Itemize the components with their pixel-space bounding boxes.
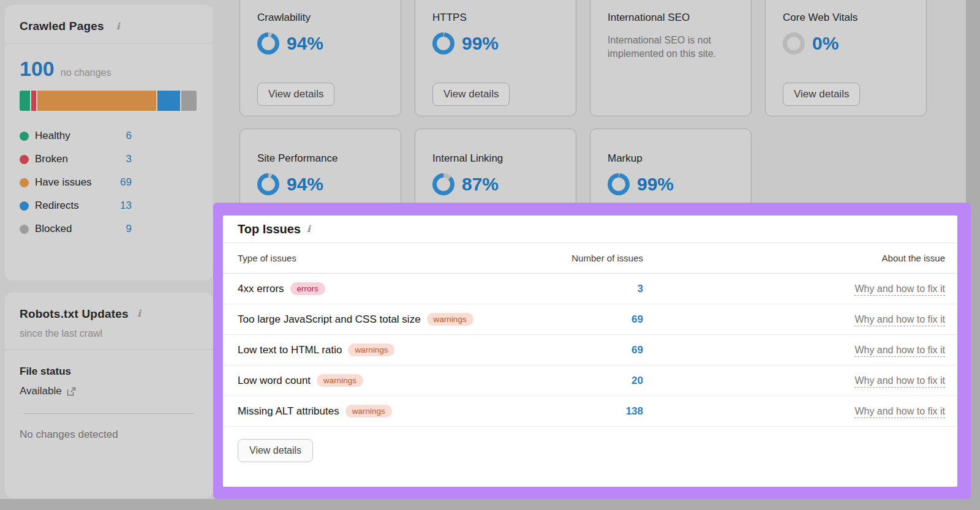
score-row: 94% — [257, 31, 383, 56]
why-how-to-fix-link[interactable]: Why and how to fix it — [854, 375, 945, 388]
https-card: HTTPS 99% View details — [415, 0, 576, 116]
table-row: Low word count warnings 20 Why and how t… — [223, 366, 957, 396]
international-seo-message: International SEO is not implemented on … — [608, 34, 737, 61]
info-icon[interactable]: i — [307, 223, 311, 234]
crawled-pages-stacked-bar — [20, 91, 197, 111]
legend-count[interactable]: 13 — [120, 200, 132, 212]
issue-count-link[interactable]: 69 — [556, 313, 643, 326]
issue-count-link[interactable]: 138 — [556, 405, 643, 418]
bar-segment-broken — [31, 91, 36, 111]
legend-label: Healthy — [35, 130, 126, 142]
issue-name: 4xx errors — [238, 283, 284, 295]
legend-item-blocked: Blocked 9 — [20, 217, 132, 241]
issue-name-cell: 4xx errors errors — [238, 282, 556, 296]
score-row: 0% — [783, 31, 909, 56]
column-type-of-issues: Type of issues — [238, 253, 556, 263]
crawled-pages-header: Crawled Pages i — [5, 5, 213, 43]
severity-badge: errors — [290, 282, 325, 296]
panel-footer: View details — [223, 427, 957, 474]
card-title: HTTPS — [432, 12, 559, 24]
robots-txt-subtitle: since the last crawl — [20, 328, 198, 339]
score-percent: 99% — [637, 174, 674, 195]
blocked-dot-icon — [20, 225, 29, 234]
legend-count[interactable]: 6 — [126, 130, 132, 142]
issue-name: Low word count — [238, 375, 311, 387]
table-header-row: Type of issues Number of issues About th… — [223, 243, 957, 274]
crawled-pages-total: 100 — [20, 57, 55, 81]
robots-txt-header: Robots.txt Updates i since the last craw… — [5, 293, 213, 350]
column-number-of-issues: Number of issues — [556, 253, 643, 263]
top-issues-header: Top Issues i — [223, 216, 957, 243]
robots-txt-title: Robots.txt Updates — [20, 307, 129, 320]
healthy-dot-icon — [20, 132, 29, 141]
core-web-vitals-card: Core Web Vitals 0% View details — [765, 0, 927, 116]
donut-chart-icon — [783, 32, 805, 54]
table-row: Too large JavaScript and CSS total size … — [223, 304, 957, 335]
severity-badge: warnings — [345, 405, 392, 418]
issue-name: Too large JavaScript and CSS total size — [238, 313, 421, 326]
issue-name: Missing ALT attributes — [238, 405, 339, 418]
legend-count[interactable]: 69 — [120, 176, 132, 189]
why-how-to-fix-link[interactable]: Why and how to fix it — [854, 406, 945, 418]
score-row: 94% — [257, 172, 383, 197]
score-percent: 87% — [462, 174, 499, 195]
issue-count-link[interactable]: 20 — [556, 375, 643, 387]
top-issues-panel: Top Issues i Type of issues Number of is… — [223, 216, 957, 487]
bar-segment-blocked — [181, 91, 197, 111]
donut-chart-icon — [257, 32, 279, 54]
robots-txt-card: Robots.txt Updates i since the last craw… — [5, 293, 213, 498]
crawled-pages-total-row: 100 no changes — [20, 57, 198, 81]
view-details-button[interactable]: View details — [783, 83, 860, 106]
severity-badge: warnings — [317, 374, 363, 388]
view-details-button[interactable]: View details — [432, 83, 510, 106]
issue-name-cell: Too large JavaScript and CSS total size … — [238, 313, 556, 326]
robots-txt-body: File status Available No changes detecte… — [5, 350, 213, 454]
legend-label: Blocked — [35, 223, 126, 235]
site-audit-overview: Crawled Pages i 100 no changes — [0, 0, 980, 510]
view-details-button[interactable]: View details — [238, 439, 313, 462]
bar-segment-have-issues — [37, 91, 156, 111]
donut-chart-icon — [432, 32, 454, 54]
legend-label: Have issues — [35, 176, 120, 189]
card-title: Site Performance — [257, 152, 383, 165]
score-percent: 94% — [287, 174, 323, 195]
legend-count[interactable]: 9 — [126, 223, 132, 235]
card-title: Core Web Vitals — [783, 12, 909, 24]
highlight-box: Top Issues i Type of issues Number of is… — [213, 203, 971, 499]
legend-item-healthy: Healthy 6 — [20, 124, 132, 148]
external-link-icon — [67, 387, 76, 396]
score-percent: 0% — [812, 33, 839, 54]
donut-chart-icon — [432, 173, 454, 195]
legend-count[interactable]: 3 — [126, 153, 132, 165]
why-how-to-fix-link[interactable]: Why and how to fix it — [854, 345, 945, 357]
bar-segment-redirects — [157, 91, 180, 111]
redirects-dot-icon — [20, 201, 29, 211]
issue-count-link[interactable]: 3 — [556, 283, 643, 295]
info-icon[interactable]: i — [137, 308, 141, 319]
broken-dot-icon — [20, 155, 29, 164]
legend-item-have-issues: Have issues 69 — [20, 171, 132, 194]
view-details-button[interactable]: View details — [257, 83, 334, 106]
crawled-pages-legend: Healthy 6 Broken 3 Have issues 69 — [20, 124, 132, 241]
card-title: Internal Linking — [432, 152, 559, 165]
legend-item-redirects: Redirects 13 — [20, 194, 132, 217]
info-icon[interactable]: i — [116, 21, 120, 32]
why-how-to-fix-link[interactable]: Why and how to fix it — [854, 314, 945, 326]
score-row: 87% — [432, 172, 559, 197]
severity-badge: warnings — [427, 313, 473, 326]
legend-label: Broken — [35, 153, 126, 165]
score-row: 99% — [608, 172, 734, 197]
why-how-to-fix-link[interactable]: Why and how to fix it — [854, 283, 945, 296]
robots-no-changes-note: No changes detected — [20, 429, 198, 441]
file-status-link[interactable]: Available — [20, 385, 198, 397]
have-issues-dot-icon — [20, 178, 29, 187]
issue-count-link[interactable]: 69 — [556, 344, 643, 356]
crawled-pages-title: Crawled Pages — [20, 20, 104, 33]
crawled-pages-card: Crawled Pages i 100 no changes — [5, 5, 213, 280]
card-title: Crawlability — [257, 12, 383, 24]
legend-label: Redirects — [35, 200, 120, 212]
issue-name-cell: Low word count warnings — [238, 374, 556, 388]
file-status-label: File status — [20, 366, 198, 378]
table-row: 4xx errors errors 3 Why and how to fix i… — [223, 274, 957, 304]
card-title: Markup — [608, 152, 734, 165]
